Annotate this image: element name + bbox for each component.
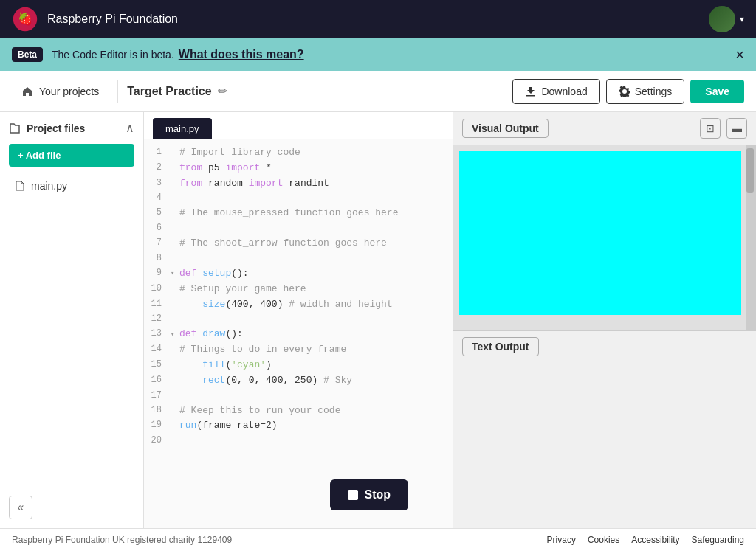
code-editor[interactable]: 1 # Import library code 2 from p5 import… (144, 139, 453, 528)
main-content: Project files ∧ + Add file main.py « mai… (0, 112, 756, 528)
visual-canvas (453, 145, 756, 330)
app-title: Raspberry Pi Foundation (47, 13, 709, 26)
right-panel: Visual Output ⊡ ▬ Text Output (453, 112, 756, 528)
download-label: Download (541, 86, 587, 97)
code-line-19: 19 run(frame_rate=2) (144, 418, 453, 434)
footer-cookies-link[interactable]: Cookies (588, 535, 619, 545)
stop-button[interactable]: Stop (330, 479, 408, 510)
file-item-main-py[interactable]: main.py (9, 176, 134, 196)
toolbar: Your projects Target Practice ✏ Download… (0, 71, 756, 112)
footer: Raspberry Pi Foundation UK registered ch… (0, 528, 756, 551)
user-menu-chevron[interactable]: ▾ (740, 14, 744, 24)
code-line-10: 10 # Setup your game here (144, 282, 453, 297)
footer-links: Privacy Cookies Accessibility Safeguardi… (547, 535, 744, 545)
save-button[interactable]: Save (690, 80, 744, 103)
toolbar-actions: Download Settings Save (512, 79, 744, 104)
beta-badge: Beta (12, 47, 43, 62)
tab-label: main.py (165, 123, 199, 134)
code-line-11: 11 size(400, 400) # width and height (144, 297, 453, 313)
project-files-label: Project files (27, 122, 85, 134)
stop-icon (348, 490, 358, 500)
code-line-2: 2 from p5 import * (144, 161, 453, 176)
raspberry-pi-logo: 🍓 (12, 6, 38, 32)
settings-icon (619, 86, 630, 97)
code-line-20: 20 (144, 434, 453, 448)
sidebar-collapse-chevron[interactable]: ∧ (126, 121, 134, 135)
visual-output-header: Visual Output ⊡ ▬ (453, 112, 756, 145)
add-file-button[interactable]: + Add file (9, 144, 134, 167)
sidebar-collapse-button[interactable]: « (9, 496, 32, 519)
settings-button[interactable]: Settings (606, 79, 685, 104)
code-line-17: 17 (144, 389, 453, 403)
footer-accessibility-link[interactable]: Accessibility (631, 535, 679, 545)
code-line-12: 12 (144, 312, 453, 327)
toolbar-divider (117, 80, 118, 103)
code-line-6: 6 (144, 221, 453, 236)
project-name: Target Practice (127, 85, 211, 98)
sidebar: Project files ∧ + Add file main.py « (0, 112, 144, 528)
svg-text:🍓: 🍓 (18, 11, 33, 27)
canvas-output (459, 151, 741, 315)
code-line-7: 7 # The shoot_arrow function goes here (144, 236, 453, 252)
project-files-icon (9, 122, 21, 134)
code-line-9: 9 ▾ def setup(): (144, 266, 453, 282)
visual-expand-button[interactable]: ⊡ (700, 118, 721, 139)
tab-main-py[interactable]: main.py (153, 118, 212, 139)
scrollbar-thumb[interactable] (746, 148, 754, 193)
footer-safeguarding-link[interactable]: Safeguarding (692, 535, 744, 545)
beta-learn-more-link[interactable]: What does this mean? (179, 48, 304, 61)
collapse-icon: « (18, 501, 24, 514)
expand-icon: ⊡ (706, 122, 715, 134)
sidebar-header: Project files ∧ (9, 121, 134, 135)
scrollbar[interactable] (746, 145, 756, 330)
beta-close-button[interactable]: × (735, 46, 744, 63)
collapse-icon: ▬ (732, 122, 742, 134)
project-files-title: Project files (9, 122, 85, 134)
editor-panel: main.py 1 # Import library code 2 from p… (144, 112, 453, 528)
code-line-16: 16 rect(0, 0, 400, 250) # Sky (144, 373, 453, 389)
home-icon (21, 86, 33, 97)
download-icon (525, 86, 537, 97)
file-icon (15, 181, 25, 191)
code-line-5: 5 # The mouse_pressed function goes here (144, 206, 453, 221)
code-line-3: 3 from random import randint (144, 176, 453, 192)
stop-label: Stop (364, 488, 391, 502)
your-projects-label: Your projects (39, 86, 99, 97)
footer-privacy-link[interactable]: Privacy (547, 535, 576, 545)
download-button[interactable]: Download (512, 79, 599, 104)
code-line-4: 4 (144, 191, 453, 206)
editor-tabs: main.py (144, 112, 453, 139)
code-line-18: 18 # Keep this to run your code (144, 403, 453, 419)
file-name: main.py (31, 180, 67, 192)
header: 🍓 Raspberry Pi Foundation ▾ (0, 0, 756, 38)
your-projects-button[interactable]: Your projects (12, 80, 109, 103)
code-line-1: 1 # Import library code (144, 145, 453, 161)
settings-label: Settings (635, 86, 673, 97)
beta-banner: Beta The Code Editor is in beta. What do… (0, 38, 756, 71)
visual-output-controls: ⊡ ▬ (700, 118, 747, 139)
text-output-section: Text Output (453, 330, 756, 528)
code-line-15: 15 fill('cyan') (144, 358, 453, 373)
footer-copyright: Raspberry Pi Foundation UK registered ch… (12, 535, 232, 545)
code-line-8: 8 (144, 252, 453, 266)
text-output-label: Text Output (462, 337, 539, 356)
beta-message: The Code Editor is in beta. (52, 49, 174, 60)
code-line-13: 13 ▾ def draw(): (144, 327, 453, 342)
code-line-14: 14 # Things to do in every frame (144, 342, 453, 358)
visual-output-label: Visual Output (462, 119, 549, 138)
visual-collapse-button[interactable]: ▬ (726, 118, 747, 139)
add-file-label: + Add file (18, 150, 61, 161)
avatar-image (709, 6, 735, 32)
edit-project-name-icon[interactable]: ✏ (218, 84, 227, 98)
user-avatar[interactable] (709, 6, 735, 32)
